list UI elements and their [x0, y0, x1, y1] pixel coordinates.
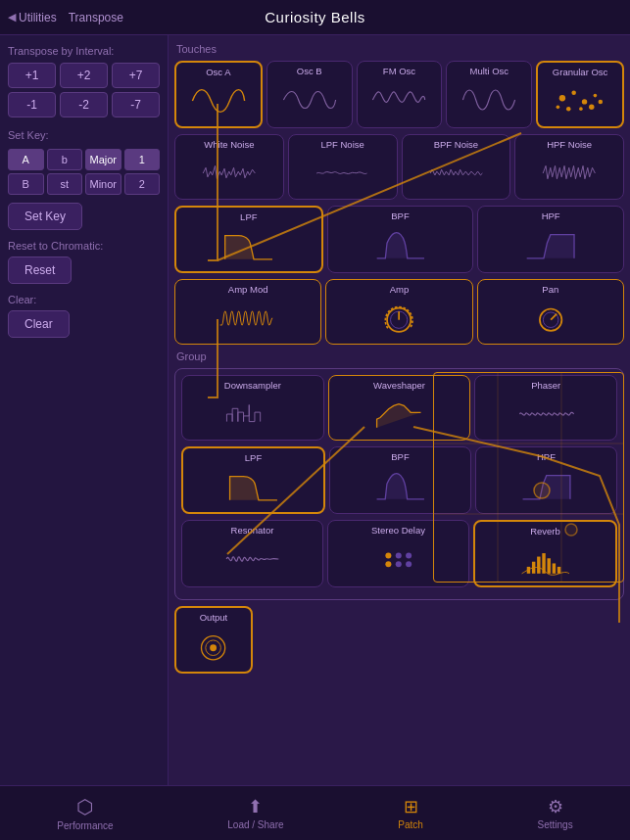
lpf2-node[interactable]: LPF [181, 446, 325, 514]
reverb-node[interactable]: Reverb [473, 520, 617, 587]
downsampler-node[interactable]: Downsampler [181, 375, 324, 441]
osc-b-label: Osc B [297, 66, 322, 76]
downsampler-label: Downsampler [224, 380, 281, 391]
hpf-label: HPF [542, 210, 560, 221]
reset-button[interactable]: Reset [8, 257, 72, 284]
key-major[interactable]: Major [85, 149, 121, 170]
patch-icon: ⊞ [404, 796, 418, 817]
touches-label: Touches [176, 43, 624, 55]
key-sharp[interactable]: st [47, 173, 83, 195]
phaser-node[interactable]: Phaser [474, 375, 617, 441]
lpf-node[interactable]: LPF [174, 206, 323, 273]
phaser-visual [479, 393, 612, 436]
page-title: Curiosity Bells [265, 9, 365, 25]
set-key-button[interactable]: Set Key [8, 203, 82, 230]
interval-plus2[interactable]: +2 [60, 63, 108, 88]
key-2[interactable]: 2 [124, 173, 161, 195]
group-filter-row: LPF BPF HPF [181, 446, 617, 514]
svg-point-6 [589, 105, 594, 110]
interval-plus1[interactable]: +1 [8, 63, 56, 88]
output-node[interactable]: Output [174, 606, 253, 674]
amp-node[interactable]: Amp [325, 279, 472, 345]
granular-osc-node[interactable]: Granular Osc [536, 61, 624, 128]
bpf-label: BPF [391, 210, 409, 221]
hpf-node[interactable]: HPF [477, 206, 624, 273]
hpf-noise-label: HPF Noise [547, 139, 592, 150]
key-B[interactable]: B [8, 173, 44, 195]
transpose-button[interactable]: Transpose [69, 11, 123, 24]
amp-mod-label: Amp Mod [228, 284, 268, 295]
header: ◀ Utilities Transpose Curiosity Bells [0, 0, 630, 35]
svg-point-16 [395, 553, 401, 559]
reverb-label: Reverb [530, 526, 560, 537]
lpf-visual [180, 224, 317, 267]
nav-patch[interactable]: ⊞ Patch [390, 792, 431, 834]
nav-performance[interactable]: ⬡ Performance [49, 791, 121, 835]
osc-b-node[interactable]: Osc B [267, 61, 353, 128]
amp-mod-visual [179, 297, 316, 340]
bpf-node[interactable]: BPF [327, 206, 474, 273]
svg-point-5 [579, 107, 583, 111]
interval-minus2[interactable]: -2 [60, 92, 108, 117]
interval-minus1[interactable]: -1 [8, 92, 56, 117]
lpf-noise-label: LPF Noise [320, 139, 363, 150]
svg-rect-27 [557, 567, 560, 574]
lpf-noise-node[interactable]: LPF Noise [288, 134, 398, 200]
hpf-visual [482, 223, 619, 266]
group-row-1: Downsampler Waveshaper [181, 375, 617, 441]
interval-plus7[interactable]: +7 [112, 63, 160, 88]
group-label: Group [176, 350, 624, 362]
clear-button[interactable]: Clear [8, 310, 70, 338]
key-flat[interactable]: b [47, 149, 83, 170]
osc-a-label: Osc A [206, 67, 230, 77]
load-share-icon: ⬆ [248, 796, 263, 817]
stereo-delay-node[interactable]: Stereo Delay [327, 520, 469, 587]
amp-visual [330, 297, 467, 340]
svg-point-8 [599, 100, 604, 105]
key-A[interactable]: A [8, 149, 44, 170]
key-1[interactable]: 1 [124, 149, 161, 170]
group-effects-row: Resonator Stereo Delay [181, 520, 617, 587]
reset-section-label: Reset to Chromatic: [8, 240, 160, 252]
bpf2-label: BPF [391, 451, 409, 462]
granular-osc-label: Granular Osc [553, 67, 608, 77]
waveshaper-label: Waveshaper [373, 380, 425, 391]
fm-osc-node[interactable]: FM Osc [357, 61, 443, 128]
bpf-noise-visual [407, 152, 507, 195]
pan-node[interactable]: Pan [477, 279, 624, 345]
performance-icon: ⬡ [76, 795, 93, 818]
svg-point-18 [385, 561, 391, 567]
bpf-noise-node[interactable]: BPF Noise [402, 134, 511, 200]
hpf-noise-node[interactable]: HPF Noise [514, 134, 624, 200]
key-minor[interactable]: Minor [85, 173, 121, 195]
main-content: Touches Osc A Osc B FM Osc [169, 35, 630, 801]
resonator-label: Resonator [231, 525, 274, 536]
stereo-delay-label: Stereo Delay [371, 525, 425, 536]
nav-load-share[interactable]: ⬆ Load / Share [219, 792, 291, 834]
svg-point-19 [395, 561, 401, 567]
output-visual [180, 625, 247, 668]
svg-point-2 [582, 99, 587, 104]
bpf2-visual [334, 464, 466, 507]
downsampler-visual [186, 393, 319, 436]
osc-a-node[interactable]: Osc A [174, 61, 263, 128]
waveshaper-node[interactable]: Waveshaper [328, 375, 471, 441]
resonator-node[interactable]: Resonator [181, 520, 323, 587]
filter-row-1: LPF BPF HPF [174, 206, 624, 273]
group-section: Group Downsampler Waveshaper [174, 350, 624, 600]
svg-point-3 [594, 94, 598, 98]
oscillators-row: Osc A Osc B FM Osc [174, 61, 624, 128]
hpf2-node[interactable]: HPF [475, 446, 617, 514]
white-noise-node[interactable]: White Noise [174, 134, 284, 200]
settings-icon: ⚙ [548, 796, 563, 817]
utilities-button[interactable]: ◀ Utilities [8, 11, 57, 24]
nav-settings[interactable]: ⚙ Settings [530, 792, 581, 834]
amp-mod-node[interactable]: Amp Mod [174, 279, 321, 345]
interval-minus7[interactable]: -7 [112, 92, 160, 117]
hpf2-visual [480, 464, 612, 507]
multi-osc-node[interactable]: Multi Osc [446, 61, 532, 128]
bpf-visual [332, 223, 469, 266]
bpf2-node[interactable]: BPF [329, 446, 471, 514]
settings-label: Settings [538, 819, 573, 830]
white-noise-label: White Noise [204, 139, 254, 150]
